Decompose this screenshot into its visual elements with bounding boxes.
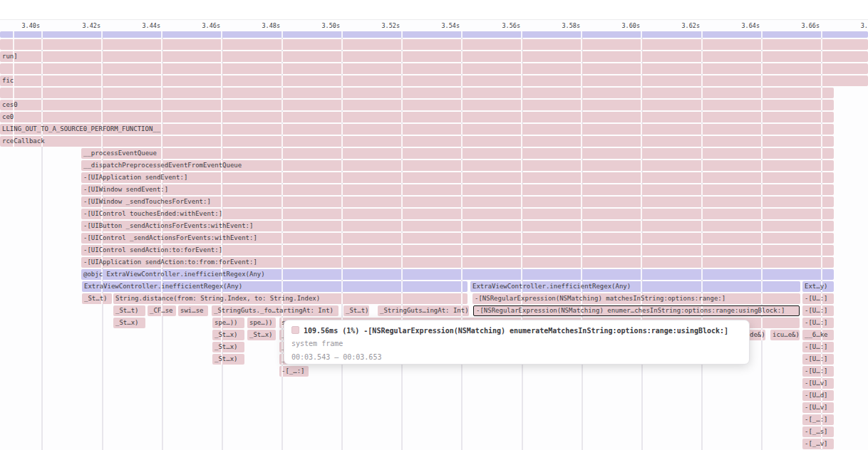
- flame-box[interactable]: ce0: [0, 112, 834, 122]
- flame-box[interactable]: spe…)): [212, 318, 244, 328]
- flame-box-label: run]: [0, 51, 868, 62]
- flame-box[interactable]: __6…ke: [802, 330, 834, 340]
- flame-box[interactable]: fic: [0, 75, 868, 86]
- flame-box[interactable]: -[UIWindow sendEvent:]: [81, 184, 834, 195]
- flame-box[interactable]: ExtraViewController.inefficientRegex(Any…: [82, 281, 467, 292]
- flame-box[interactable]: _St…x): [212, 354, 244, 365]
- flame-box[interactable]: _StringGuts._fo…tartingAt: Int): [212, 305, 339, 316]
- flame-box-label: -[U…d]: [802, 390, 834, 401]
- ruler-tick-label: 3.48s: [250, 20, 280, 31]
- flame-box-label: _St…x): [247, 330, 276, 340]
- flame-box[interactable]: _St…x): [212, 342, 244, 352]
- flame-box-label: __dispatchPreprocessedEventFromEventQueu…: [81, 160, 834, 171]
- flame-box-label: -[U…:]: [802, 354, 834, 365]
- flame-box-label: -[UIApplication sendAction:to:from:forEv…: [81, 257, 834, 268]
- flame-box[interactable]: -[UIButton _sendActionsForEvents:withEve…: [81, 221, 834, 231]
- flame-box-selected[interactable]: -[NSRegularExpression(NSMatching) enumer…: [473, 305, 800, 316]
- flame-box-label: _St…t): [113, 305, 145, 316]
- flame-box[interactable]: Ext…y): [802, 281, 834, 292]
- flame-box[interactable]: -[U…:]: [802, 342, 834, 352]
- flame-box[interactable]: __processEventQueue: [81, 148, 834, 159]
- flame-box-label: String.distance(from: String.Index, to: …: [113, 293, 467, 304]
- flame-box-label: -[U…:]: [802, 366, 834, 377]
- flame-box[interactable]: -[_…:]: [279, 366, 309, 377]
- flame-box[interactable]: -[UIControl _sendActionsForEvents:withEv…: [81, 233, 834, 244]
- flame-box-label: rceCallback: [0, 136, 834, 147]
- flame-box[interactable]: _St…x): [212, 330, 244, 340]
- flame-box-label: ces0: [0, 100, 834, 110]
- flame-box[interactable]: icu…e&): [770, 330, 800, 340]
- flame-box-label: -[U…:]: [802, 318, 834, 328]
- flame-box-label: -[U…:]: [802, 305, 834, 316]
- flame-box-label: _St…t): [343, 305, 369, 316]
- flame-box[interactable]: -[UIControl sendAction:to:forEvent:]: [81, 245, 834, 256]
- flame-box-label: _CF…se: [148, 305, 176, 316]
- flame-box-label: -[UIButton _sendActionsForEvents:withEve…: [81, 221, 834, 231]
- flame-box[interactable]: -[U…:]: [802, 293, 834, 304]
- tooltip-percent: (1%): [342, 327, 359, 335]
- flame-box[interactable]: String.distance(from: String.Index, to: …: [113, 293, 467, 304]
- flame-box-label: -[UIWindow sendEvent:]: [81, 184, 834, 195]
- flame-box-label: -[_…s]: [802, 427, 834, 437]
- flame-box-label: -[UIApplication sendEvent:]: [81, 172, 834, 183]
- flame-box[interactable]: -[NSRegularExpression(NSMatching) matche…: [472, 293, 800, 304]
- flame-box[interactable]: -[U…:]: [802, 318, 834, 328]
- flame-box-label: -[U…:]: [802, 293, 834, 304]
- flame-box[interactable]: -[U…v]: [802, 378, 834, 389]
- flame-box-label: ExtraViewController.inefficientRegex(Any…: [82, 281, 467, 292]
- tooltip: 109.56ms (1%) -[NSRegularExpression(NSMa…: [284, 320, 750, 365]
- flame-box[interactable]: -[U…:]: [802, 366, 834, 377]
- flame-box[interactable]: @objc ExtraViewController.inefficientReg…: [81, 269, 834, 280]
- flame-box[interactable]: -[_…v]: [802, 439, 834, 449]
- toolbar-strip: [0, 0, 868, 20]
- tooltip-duration: 109.56ms: [304, 327, 338, 335]
- flame-box[interactable]: LLING_OUT_TO_A_SOURCE0_PERFORM_FUNCTION_…: [0, 124, 834, 135]
- flame-box-label: -[UIControl _sendActionsForEvents:withEv…: [81, 233, 834, 244]
- flame-box[interactable]: _CF…se: [148, 305, 176, 316]
- flame-box-label: icu…e&): [770, 330, 800, 340]
- flame-box[interactable]: -[U…v]: [802, 402, 834, 413]
- flame-box[interactable]: -[U…d]: [802, 390, 834, 401]
- flame-box[interactable]: __dispatchPreprocessedEventFromEventQueu…: [81, 160, 834, 171]
- flame-box[interactable]: ces0: [0, 100, 834, 110]
- flame-box[interactable]: swi…se: [178, 305, 208, 316]
- flame-box[interactable]: [0, 31, 868, 38]
- flame-box[interactable]: _St…x): [113, 318, 145, 328]
- flame-box[interactable]: -[U…:]: [802, 354, 834, 365]
- flame-box[interactable]: -[UIApplication sendAction:to:from:forEv…: [81, 257, 834, 268]
- flame-box[interactable]: de&): [748, 330, 765, 340]
- flame-box[interactable]: _St…t): [343, 305, 369, 316]
- flame-box[interactable]: _St…t): [113, 305, 145, 316]
- flame-box[interactable]: -[U…:]: [802, 305, 834, 316]
- flame-box[interactable]: [0, 39, 868, 50]
- flame-box-label: -[_…:]: [802, 414, 834, 425]
- ruler-tick-label: 3.60s: [610, 20, 640, 31]
- flame-box-label: -[UIControl touchesEnded:withEvent:]: [81, 209, 834, 219]
- flame-box[interactable]: -[_…s]: [802, 427, 834, 437]
- flame-box[interactable]: _StringGuts…ingAt: Int): [378, 305, 469, 316]
- flame-box-label: -[U…v]: [802, 378, 834, 389]
- flame-box[interactable]: _St…x): [247, 330, 276, 340]
- flame-box-label: _St…x): [212, 354, 244, 365]
- flame-box[interactable]: [0, 63, 868, 74]
- time-ruler[interactable]: 3.40s3.42s3.44s3.46s3.48s3.50s3.52s3.54s…: [0, 20, 868, 31]
- flame-box[interactable]: run]: [0, 51, 868, 62]
- flame-box-label: _StringGuts…ingAt: Int): [378, 305, 469, 316]
- ruler-tick-label: 3.52s: [370, 20, 400, 31]
- flame-box-label: _St…t): [82, 293, 112, 304]
- flame-box[interactable]: -[UIControl touchesEnded:withEvent:]: [81, 209, 834, 219]
- flame-box[interactable]: -[_…:]: [802, 414, 834, 425]
- flame-box[interactable]: [0, 88, 834, 98]
- ruler-tick-label: 3.46s: [190, 20, 220, 31]
- tooltip-symbol: -[NSRegularExpression(NSMatching) enumer…: [363, 327, 728, 335]
- flame-box[interactable]: ExtraViewController.inefficientRegex(Any…: [470, 281, 800, 292]
- flame-box[interactable]: _St…t): [82, 293, 112, 304]
- ruler-tick-label-partial: 3.: [838, 20, 868, 31]
- flame-box[interactable]: spe…)): [247, 318, 276, 328]
- tooltip-title-line: 109.56ms (1%) -[NSRegularExpression(NSMa…: [291, 325, 742, 337]
- flame-box-label: __6…ke: [802, 330, 834, 340]
- flame-box-label: swi…se: [178, 305, 208, 316]
- flame-box[interactable]: rceCallback: [0, 136, 834, 147]
- flame-box[interactable]: -[UIWindow _sendTouchesForEvent:]: [81, 197, 834, 207]
- flame-box[interactable]: -[UIApplication sendEvent:]: [81, 172, 834, 183]
